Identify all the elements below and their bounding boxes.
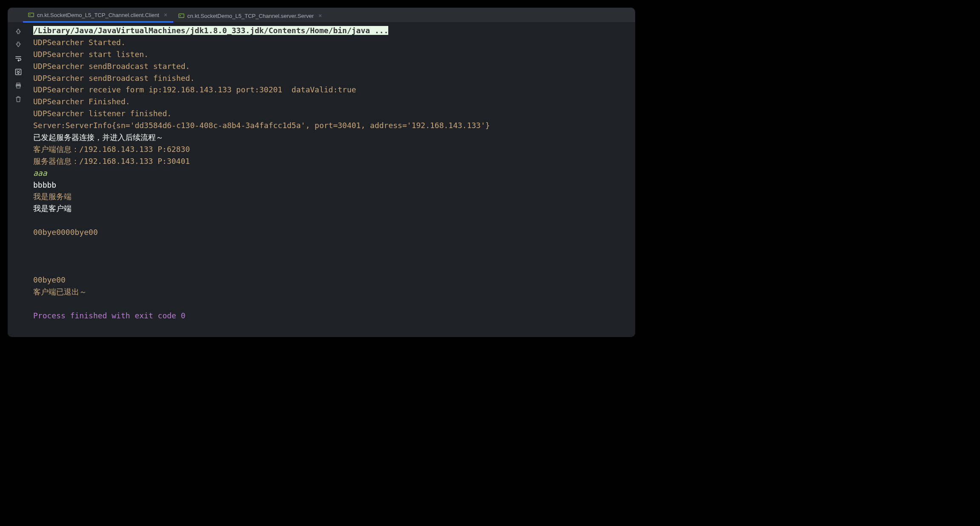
console-line: 00bye00 [33,274,631,286]
console-line: UDPSearcher sendBroadcast finished. [33,72,631,84]
arrow-down-icon[interactable] [14,41,22,49]
tab-bar: cn.kt.SocketDemo_L5_TCP_Channel.client.C… [8,8,635,22]
console-line: 客户端已退出～ [33,286,631,298]
console-line: 我是服务端 [33,191,631,203]
console-line [33,214,631,226]
print-icon[interactable] [14,82,22,89]
console-line [33,298,631,310]
console-line: 客户端信息：/192.168.143.133 P:62830 [33,143,631,155]
svg-rect-0 [29,13,34,17]
tab-label: cn.kt.SocketDemo_L5_TCP_Channel.client.C… [37,12,159,18]
svg-rect-3 [17,83,20,84]
console-line: UDPSearcher start listen. [33,49,631,60]
console-line: bbbbb [33,179,631,191]
console-line: UDPSearcher Started. [33,37,631,49]
scroll-to-end-icon[interactable] [14,68,22,76]
console-line: 00bye0000bye00 [33,226,631,238]
console-line: UDPSearcher sendBroadcast started. [33,60,631,72]
main-area: /Library/Java/JavaVirtualMachines/jdk1.8… [8,22,635,337]
console-line [33,250,631,262]
console-line: aaa [33,167,631,179]
console-line: UDPSearcher listener finished. [33,108,631,120]
console-line: 我是客户端 [33,203,631,214]
console-line: 服务器信息：/192.168.143.133 P:30401 [33,155,631,167]
command-line: /Library/Java/JavaVirtualMachines/jdk1.8… [33,26,388,35]
console-window: cn.kt.SocketDemo_L5_TCP_Channel.client.C… [8,8,635,337]
close-icon[interactable]: × [318,12,323,19]
svg-rect-1 [179,14,184,18]
console-line: Process finished with exit code 0 [33,310,631,322]
trash-icon[interactable] [14,95,22,103]
run-config-icon [178,13,184,19]
console-output[interactable]: /Library/Java/JavaVirtualMachines/jdk1.8… [29,22,635,337]
run-config-icon [28,12,34,18]
tab-client[interactable]: cn.kt.SocketDemo_L5_TCP_Channel.client.C… [23,9,173,23]
console-line: Server:ServerInfo{sn='dd3584d6-c130-408c… [33,120,631,132]
tab-server[interactable]: cn.kt.SocketDemo_L5_TCP_Channel.server.S… [173,9,328,22]
console-line: UDPSearcher Finished. [33,96,631,108]
soft-wrap-icon[interactable] [14,54,22,62]
arrow-up-icon[interactable] [14,27,22,35]
tab-label: cn.kt.SocketDemo_L5_TCP_Channel.server.S… [187,13,314,19]
console-line [33,262,631,274]
close-icon[interactable]: × [163,11,168,18]
console-line: UDPSearcher receive form ip:192.168.143.… [33,84,631,96]
gutter-toolbar [8,22,29,337]
console-line [33,238,631,250]
console-line: 已发起服务器连接，并进入后续流程～ [33,132,631,143]
svg-rect-5 [17,86,20,88]
